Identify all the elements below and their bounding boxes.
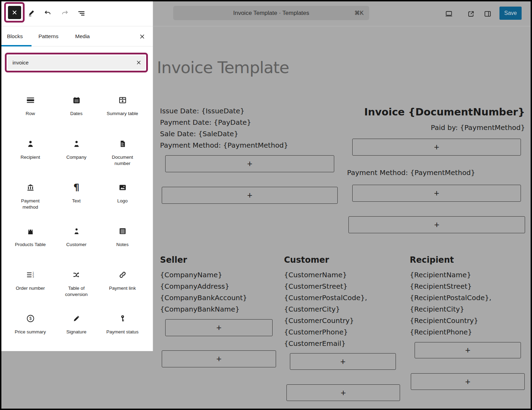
block-item-payment-method[interactable]: Payment method: [7, 175, 53, 218]
placeholder-line: {CompanyAddress}: [160, 281, 247, 292]
block-appender-button[interactable]: +: [162, 187, 338, 204]
payment-method-line[interactable]: Payment Method: {PaymentMethod}: [347, 168, 475, 177]
block-item-label: Logo: [117, 198, 127, 204]
block-appender-button[interactable]: +: [352, 185, 521, 202]
save-button[interactable]: Save: [499, 7, 522, 20]
document-title: Invoice Template · Templates: [233, 10, 309, 17]
customer-person-icon: [71, 226, 82, 236]
document-title-button[interactable]: Invoice Template · Templates ⌘K: [173, 6, 369, 20]
block-item-price-summary[interactable]: $Price summary: [7, 306, 53, 349]
block-item-notes[interactable]: Notes: [99, 218, 145, 262]
block-appender-button[interactable]: +: [348, 216, 525, 233]
block-item-summary-table[interactable]: Summary table: [99, 87, 145, 131]
tab-media-label: Media: [75, 33, 90, 40]
placeholder-line: {RecipientCity}: [410, 304, 491, 315]
block-appender-button[interactable]: +: [415, 342, 521, 358]
view-site-icon[interactable]: [467, 9, 476, 18]
customer-heading[interactable]: Customer: [284, 255, 329, 265]
block-item-products-table[interactable]: Products Table: [7, 218, 53, 262]
placeholder-line: Payment Method: {PaymentMethod}: [160, 140, 288, 151]
link-icon: [117, 270, 128, 280]
block-item-label: Dates: [70, 111, 82, 117]
block-appender-button[interactable]: +: [165, 155, 334, 172]
block-appender-button[interactable]: +: [352, 139, 521, 156]
seller-lines[interactable]: {CompanyName}{CompanyAddress}{CompanyBan…: [160, 269, 247, 315]
edit-pencil-icon[interactable]: [27, 8, 37, 18]
invoice-number-heading[interactable]: Invoice {DocumentNumber}: [364, 106, 525, 118]
bank-icon: [25, 182, 36, 193]
clear-search-icon[interactable]: [136, 55, 142, 70]
settings-panel-icon[interactable]: [483, 9, 492, 18]
placeholder-line: {RecipientPostalCode},: [410, 292, 491, 304]
tab-patterns-label: Patterns: [38, 33, 59, 40]
placeholder-line: {CustomerEmail}: [284, 338, 367, 349]
key-icon: [117, 313, 128, 324]
pilcrow-icon: ¶: [71, 182, 82, 193]
calendar-icon: [71, 95, 82, 105]
block-item-label: Table of conversion: [59, 285, 94, 297]
tab-blocks[interactable]: Blocks: [7, 26, 23, 46]
list-view-icon[interactable]: [77, 8, 86, 18]
template-title[interactable]: Invoice Template: [157, 58, 289, 77]
block-item-document-number[interactable]: Document number: [99, 131, 145, 175]
block-appender-button[interactable]: +: [286, 384, 400, 401]
block-appender-button[interactable]: +: [165, 319, 273, 336]
tab-patterns[interactable]: Patterns: [38, 26, 59, 46]
placeholder-line: {CustomerPostalCode},: [284, 292, 367, 304]
placeholder-line: {RecipientCountry}: [410, 315, 491, 326]
preview-desktop-icon[interactable]: [444, 9, 453, 18]
block-item-company[interactable]: Company: [53, 131, 99, 175]
close-inserter-button[interactable]: [8, 6, 21, 19]
block-item-recipient[interactable]: Recipient: [7, 131, 53, 175]
close-tabs-icon[interactable]: [138, 32, 146, 41]
svg-text:$: $: [29, 316, 32, 321]
redo-icon[interactable]: [60, 8, 70, 18]
block-item-customer[interactable]: Customer: [53, 218, 99, 262]
shopping-bag-icon: [25, 226, 36, 236]
block-item-dates[interactable]: Dates: [53, 87, 99, 131]
placeholder-line: {CustomerCity}: [284, 304, 367, 315]
block-item-table-of-conversion[interactable]: Table of conversion: [53, 262, 99, 306]
customer-lines[interactable]: {CustomerName}{CustomerStreet}{CustomerP…: [284, 269, 367, 349]
save-button-label: Save: [504, 10, 517, 16]
image-icon: [117, 182, 128, 193]
placeholder-line: {CompanyBankName}: [160, 304, 247, 315]
recipient-lines[interactable]: {RecipientName}{RecipientStreet}{Recipie…: [410, 269, 491, 338]
recipient-heading[interactable]: Recipient: [410, 255, 454, 265]
annotation-highlight-close: [4, 2, 25, 23]
placeholder-line: {CompanyBankAccount}: [160, 292, 247, 304]
placeholder-line: {CustomerStreet}: [284, 281, 367, 292]
tab-blocks-label: Blocks: [7, 33, 23, 40]
block-item-order-number[interactable]: 123Order number: [7, 262, 53, 306]
placeholder-line: {RecipientName}: [410, 269, 491, 281]
block-item-row[interactable]: Row: [7, 87, 53, 131]
company-person-icon: [71, 139, 82, 149]
block-item-logo[interactable]: Logo: [99, 175, 145, 218]
tab-media[interactable]: Media: [75, 26, 90, 46]
paid-by-line[interactable]: Paid by: {PaymentMethod}: [431, 123, 525, 132]
person-icon: [25, 139, 36, 149]
block-item-label: Row: [26, 111, 35, 117]
editor-toolbar: [0, 0, 153, 26]
block-item-signature[interactable]: Signature: [53, 306, 99, 349]
block-item-text[interactable]: ¶Text: [53, 175, 99, 218]
placeholder-line: Payment Date: {PayDate}: [160, 117, 288, 128]
seller-heading[interactable]: Seller: [160, 255, 187, 265]
pencil-icon: [71, 313, 82, 324]
block-appender-button[interactable]: +: [411, 373, 525, 390]
command-k-shortcut: ⌘K: [354, 6, 364, 20]
placeholder-line: Issue Date: {IssueDate}: [160, 105, 288, 117]
notes-icon: [117, 226, 128, 236]
undo-icon[interactable]: [43, 8, 53, 18]
block-appender-button[interactable]: +: [162, 350, 276, 367]
block-item-payment-link[interactable]: Payment link: [99, 262, 145, 306]
ordered-list-icon: 123: [25, 270, 36, 280]
block-appender-button[interactable]: +: [290, 353, 396, 370]
block-item-label: Payment method: [13, 198, 48, 210]
block-search-input[interactable]: invoice: [8, 55, 145, 70]
block-inserter-sidebar: Blocks Patterns Media invoice RowDatesSu…: [0, 0, 153, 351]
block-item-payment-status[interactable]: Payment status: [99, 306, 145, 349]
dates-block[interactable]: Issue Date: {IssueDate}Payment Date: {Pa…: [160, 105, 288, 151]
block-item-label: Document number: [105, 154, 140, 166]
block-item-label: Products Table: [15, 242, 46, 248]
